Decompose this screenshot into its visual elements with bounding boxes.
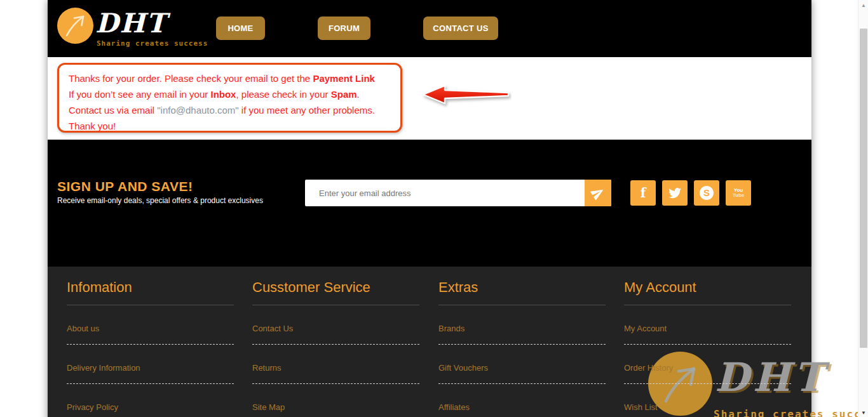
twitter-button[interactable] [662, 180, 688, 206]
youtube-icon: You Tube [733, 188, 745, 198]
red-pointer-arrow-icon [419, 83, 512, 108]
newsletter-section: SIGN UP AND SAVE! Receive email-only dea… [48, 140, 811, 267]
logo-tagline: Sharing creates success [97, 39, 208, 48]
support-email: "info@dhauto.com" [157, 105, 238, 116]
footer-link-about-us[interactable]: About us [67, 324, 99, 333]
logo-text: DHT [95, 8, 167, 39]
newsletter-title: SIGN UP AND SAVE! [57, 179, 193, 194]
scroll-down-arrow-icon[interactable]: ▼ [858, 410, 868, 416]
social-buttons: f S You Tube [630, 180, 751, 206]
scroll-up-arrow-icon[interactable]: ▲ [858, 3, 868, 8]
footer-link-order-history[interactable]: Order History [624, 363, 673, 373]
twitter-icon [668, 187, 681, 199]
facebook-button[interactable]: f [630, 180, 656, 206]
nav-home-button[interactable]: HOME [216, 17, 265, 40]
alert-line-1: Thanks for your order. Please check your… [69, 70, 391, 86]
alert-line-3: Contact us via email "info@dhauto.com" i… [69, 102, 391, 118]
footer-column-extras: Extras Brands Gift Vouchers Affiliates S… [438, 267, 606, 417]
youtube-button[interactable]: You Tube [726, 180, 751, 206]
footer-link-wish-list[interactable]: Wish List [624, 402, 658, 412]
logo-arrow-icon [57, 8, 93, 44]
footer-link-returns[interactable]: Returns [252, 363, 281, 373]
footer: DHT Sharing creates success Infomation A… [48, 267, 811, 417]
skype-icon: S [700, 186, 714, 200]
newsletter-subtitle: Receive email-only deals, special offers… [57, 196, 263, 205]
skype-button[interactable]: S [694, 180, 719, 206]
alert-line-2: If you don’t see any email in your Inbox… [69, 86, 391, 102]
footer-link-site-map[interactable]: Site Map [252, 402, 285, 412]
facebook-icon: f [641, 185, 646, 201]
scrollbar-thumb[interactable] [860, 29, 867, 348]
footer-column-information: Infomation About us Delivery Information… [67, 267, 234, 417]
payment-link-emphasis: Payment Link [313, 73, 375, 84]
footer-link-delivery-information[interactable]: Delivery Information [67, 363, 140, 373]
footer-heading-extras: Extras [438, 279, 606, 305]
order-confirmation-box: Thanks for your order. Please check your… [57, 63, 402, 133]
footer-link-brands[interactable]: Brands [438, 324, 465, 333]
footer-link-privacy-policy[interactable]: Privacy Policy [67, 402, 118, 412]
nav-contact-us-button[interactable]: CONTACT US [423, 17, 498, 40]
footer-link-contact-us[interactable]: Contact Us [252, 324, 293, 333]
subscribe-send-button[interactable] [585, 180, 611, 206]
footer-column-customer-service: Cusstomer Service Contact Us Returns Sit… [252, 267, 419, 417]
footer-heading-information: Infomation [67, 279, 234, 305]
footer-heading-my-account: My Account [624, 279, 791, 305]
alert-line-4: Thank you! [69, 118, 391, 134]
footer-link-affiliates[interactable]: Affiliates [438, 402, 470, 412]
vertical-scrollbar[interactable]: ▲ ▼ [858, 0, 868, 417]
footer-heading-customer-service: Cusstomer Service [252, 279, 419, 305]
email-input[interactable] [305, 180, 585, 206]
footer-column-my-account: My Account My Account Order History Wish… [624, 267, 791, 417]
nav-forum-button[interactable]: FORUM [318, 17, 370, 40]
order-message-section: Thanks for your order. Please check your… [48, 57, 811, 140]
footer-link-my-account[interactable]: My Account [624, 324, 667, 333]
paper-plane-icon [588, 183, 607, 202]
footer-link-gift-vouchers[interactable]: Gift Vouchers [438, 363, 488, 373]
logo[interactable]: DHT Sharing creates success [55, 6, 214, 51]
newsletter-form [305, 180, 611, 206]
header: DHT Sharing creates success HOME FORUM C… [48, 0, 811, 57]
page-container: DHT Sharing creates success HOME FORUM C… [48, 0, 811, 417]
